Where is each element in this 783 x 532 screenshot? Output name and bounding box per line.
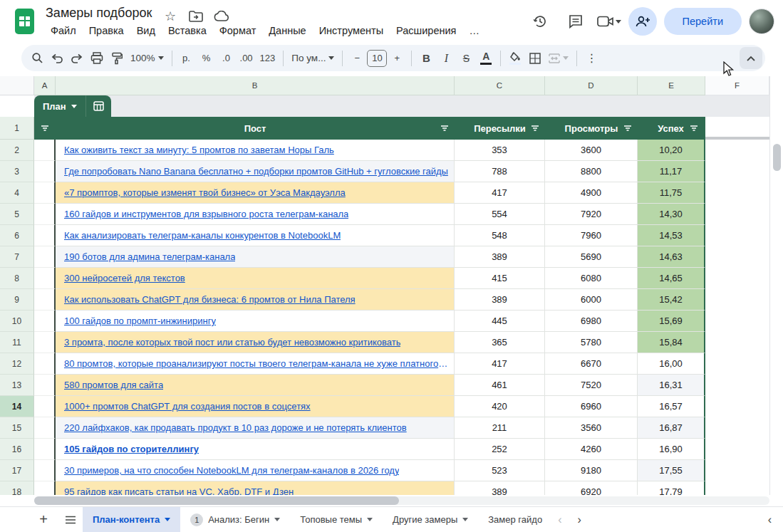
add-people-button[interactable]	[628, 7, 657, 36]
views-cell[interactable]: 6960	[545, 396, 638, 417]
horizontal-scrollbar-thumb[interactable]	[34, 496, 399, 505]
forwards-cell[interactable]: 417	[455, 353, 545, 375]
cell-a[interactable]	[34, 246, 56, 268]
success-cell[interactable]: 14,30	[638, 204, 705, 225]
filter-icon[interactable]	[689, 123, 699, 133]
add-sheet-button[interactable]: +	[31, 509, 56, 531]
menu-item[interactable]: Вставка	[162, 23, 213, 38]
forwards-cell[interactable]: 211	[455, 417, 545, 439]
cell-a[interactable]	[34, 353, 56, 375]
merge-cells-button[interactable]	[545, 48, 572, 68]
present-to-meet-button[interactable]	[597, 15, 621, 28]
post-link[interactable]: 3 промта, после которых твой пост или ст…	[64, 337, 400, 348]
row-number[interactable]: 10	[0, 311, 34, 332]
cell-f[interactable]	[705, 460, 769, 481]
redo-icon[interactable]	[67, 48, 87, 68]
cell-a[interactable]	[34, 439, 56, 460]
post-cell[interactable]: 100 гайдов по промпт-инжинирингу	[56, 311, 455, 332]
row-number[interactable]: 5	[0, 204, 34, 225]
text-color-button[interactable]: A	[476, 48, 496, 68]
forwards-cell[interactable]: 415	[455, 268, 545, 289]
forwards-cell[interactable]: 523	[455, 460, 545, 481]
increase-font-size-button[interactable]: +	[387, 48, 407, 68]
move-to-folder-icon[interactable]	[188, 9, 204, 24]
menu-item[interactable]: …	[462, 23, 486, 38]
cell-f[interactable]	[705, 246, 769, 268]
views-cell[interactable]: 6670	[545, 353, 638, 375]
sheet-tab[interactable]: Замер гайдо	[478, 507, 552, 532]
filter-icon[interactable]	[623, 123, 633, 133]
header-filter-a[interactable]	[34, 117, 56, 140]
success-cell[interactable]: 10,20	[638, 140, 705, 161]
cell-a[interactable]	[34, 268, 56, 289]
cell-f[interactable]	[705, 140, 769, 161]
post-cell[interactable]: 580 промтов для сайта	[56, 375, 455, 396]
cell-f[interactable]	[705, 481, 769, 495]
cell-f[interactable]	[705, 332, 769, 353]
cell-a[interactable]	[34, 225, 56, 246]
decrease-decimals-button[interactable]: .0	[217, 48, 237, 68]
cell-a[interactable]	[34, 332, 56, 353]
bold-button[interactable]: B	[416, 48, 436, 68]
views-cell[interactable]: 9180	[545, 460, 638, 481]
row-number[interactable]: 7	[0, 246, 34, 268]
search-icon[interactable]	[27, 48, 47, 68]
views-cell[interactable]: 3600	[545, 140, 638, 161]
post-cell[interactable]: 3 промта, после которых твой пост или ст…	[56, 332, 455, 353]
menu-item[interactable]: Данные	[262, 23, 312, 38]
undo-icon[interactable]	[47, 48, 67, 68]
row-number[interactable]: 15	[0, 417, 34, 439]
forwards-cell[interactable]: 420	[455, 396, 545, 417]
cell-a[interactable]	[34, 481, 56, 495]
header-success[interactable]: Успех	[638, 117, 705, 140]
forwards-cell[interactable]: 389	[455, 481, 545, 495]
views-cell[interactable]: 3560	[545, 417, 638, 439]
views-cell[interactable]: 6920	[545, 481, 638, 495]
font-size-input[interactable]: 10	[367, 50, 387, 67]
cell-f[interactable]	[705, 161, 769, 182]
menu-item[interactable]: Файл	[44, 23, 83, 38]
cell-f[interactable]	[705, 182, 769, 204]
cell-a[interactable]	[34, 311, 56, 332]
cell-a[interactable]	[34, 289, 56, 311]
fill-color-button[interactable]	[505, 48, 525, 68]
forwards-cell[interactable]: 389	[455, 289, 545, 311]
row-number[interactable]: 11	[0, 332, 34, 353]
views-cell[interactable]: 6080	[545, 268, 638, 289]
cell-f[interactable]	[705, 396, 769, 417]
views-cell[interactable]: 8800	[545, 161, 638, 182]
go-button[interactable]: Перейти	[664, 8, 742, 35]
row-number[interactable]: 1	[0, 117, 34, 140]
paint-format-icon[interactable]	[107, 48, 127, 68]
column-letter-A[interactable]: A	[34, 76, 56, 95]
hide-toolbar-button[interactable]	[740, 47, 762, 69]
post-link[interactable]: Где попробовать Nano Banana бесплатно + …	[64, 166, 448, 177]
success-cell[interactable]: 16,31	[638, 375, 705, 396]
header-post[interactable]: Пост	[56, 117, 455, 140]
views-cell[interactable]: 5780	[545, 332, 638, 353]
row-number[interactable]: 6	[0, 225, 34, 246]
menu-item[interactable]: Инструменты	[313, 23, 390, 38]
post-link[interactable]: 1000+ промтов ChatGPT для создания посто…	[64, 401, 311, 412]
success-cell[interactable]: 17,55	[638, 460, 705, 481]
row-number[interactable]: 13	[0, 375, 34, 396]
post-cell[interactable]: Как использовать ChatGPT для бизнеса: 6 …	[56, 289, 455, 311]
cell-f[interactable]	[705, 353, 769, 375]
cell-f[interactable]	[705, 204, 769, 225]
views-cell[interactable]: 5690	[545, 246, 638, 268]
column-letter-B[interactable]: B	[56, 76, 455, 95]
column-letter-D[interactable]: D	[545, 76, 638, 95]
row-number[interactable]: 18	[0, 481, 34, 495]
post-link[interactable]: 190 ботов для админа телеграм-канала	[64, 251, 235, 262]
row-number[interactable]: 3	[0, 161, 34, 182]
cell-a[interactable]	[34, 417, 56, 439]
horizontal-scrollbar[interactable]	[34, 496, 769, 505]
user-avatar[interactable]	[749, 9, 774, 34]
sheets-logo-icon[interactable]	[15, 9, 34, 34]
post-link[interactable]: 100 гайдов по промпт-инжинирингу	[64, 315, 216, 326]
cell-f[interactable]	[705, 268, 769, 289]
post-cell[interactable]: Как оживить текст за минуту: 5 промтов п…	[56, 140, 455, 161]
format-currency-button[interactable]: р.	[177, 48, 197, 68]
borders-button[interactable]	[525, 48, 545, 68]
forwards-cell[interactable]: 554	[455, 204, 545, 225]
